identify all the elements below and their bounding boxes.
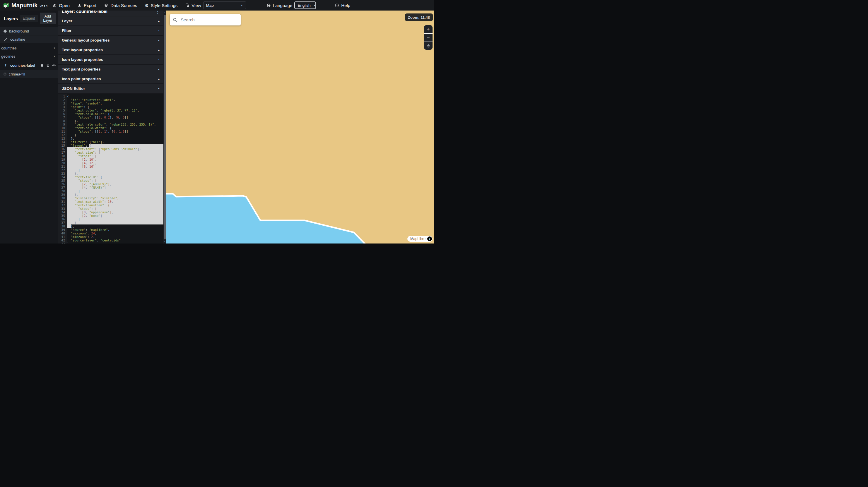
json-line[interactable]: 29 },	[58, 193, 163, 196]
code-token: ,	[115, 130, 119, 133]
code-content: [2, "{ABBREV}"],	[67, 182, 163, 186]
scrollbar-down-icon[interactable]: ▼	[164, 240, 166, 243]
json-line[interactable]: 37 }	[58, 221, 163, 225]
zoom-in-button[interactable]: +	[424, 25, 433, 33]
map-view[interactable]: Zoom: 11.48 + − MapLibre i	[166, 10, 434, 244]
line-number: 1	[58, 95, 67, 98]
kebab-menu-icon[interactable]: ⋮	[155, 10, 160, 16]
layer-row-background[interactable]: background	[0, 27, 58, 35]
code-token: "stops"	[78, 179, 91, 182]
json-line[interactable]: 12 }	[58, 133, 163, 137]
layer-group-geolines[interactable]: geolines▾	[0, 53, 58, 60]
json-line[interactable]: 4 "paint": {	[58, 105, 163, 108]
json-line[interactable]: 15 "layout": {	[58, 144, 163, 147]
section-header-icon-paint-properties[interactable]: Icon paint properties▲	[58, 74, 163, 84]
json-line[interactable]: 7 "stops": [[2, 0.2], [6, 0]]	[58, 116, 163, 119]
json-line[interactable]: 33 "stops": [	[58, 207, 163, 210]
json-line[interactable]: 13 },	[58, 137, 163, 140]
json-line[interactable]: 14 "filter": ["all"],	[58, 140, 163, 144]
json-line[interactable]: 38 },	[58, 225, 163, 228]
json-line[interactable]: 39 "source": "maplibre",	[58, 228, 163, 231]
json-line[interactable]: 8 },	[58, 119, 163, 123]
layer-group-countries[interactable]: countries▾	[0, 44, 58, 52]
code-token: ,	[86, 182, 89, 186]
section-header-filter[interactable]: Filter▲	[58, 26, 163, 36]
json-line[interactable]: 42 "source-layer": "centroids"	[58, 238, 163, 242]
code-token	[67, 154, 78, 158]
scrollbar-thumb[interactable]	[164, 14, 166, 239]
data-sources-menu-item[interactable]: Data Sources	[104, 3, 137, 8]
json-line[interactable]: 20 [4, 12],	[58, 161, 163, 165]
scrollbar-up-icon[interactable]: ▲	[164, 11, 166, 14]
json-line[interactable]: 5 "text-color": "rgba(8, 37, 77, 1)",	[58, 108, 163, 112]
expand-button[interactable]: Expand	[20, 14, 37, 22]
section-header-json-editor[interactable]: JSON Editor▼	[58, 84, 163, 94]
language-select[interactable]: English ▼	[294, 1, 316, 9]
json-line[interactable]: 28 ]	[58, 189, 163, 193]
layer-row-coastline[interactable]: coastline	[0, 35, 58, 43]
json-line[interactable]: 22 ]	[58, 168, 163, 172]
export-menu-item[interactable]: Export	[77, 3, 96, 8]
add-layer-button[interactable]: Add Layer	[40, 12, 56, 24]
trash-icon[interactable]	[40, 64, 44, 67]
json-line[interactable]: 25 "stops": [	[58, 179, 163, 182]
json-line[interactable]: 18 "stops": [	[58, 154, 163, 158]
json-line[interactable]: 21 [6, 16]	[58, 165, 163, 168]
code-content: },	[67, 193, 163, 196]
json-line[interactable]: 17 "text-size": {	[58, 151, 163, 154]
attribution-text[interactable]: MapLibre	[410, 237, 426, 241]
expand-icon: ▲	[158, 78, 160, 80]
code-token	[67, 123, 74, 126]
section-header-text-layout-properties[interactable]: Text layout properties▲	[58, 45, 163, 55]
json-editor[interactable]: 1{2 "id": "countries-label",3 "type": "s…	[58, 94, 163, 244]
json-line[interactable]: 32 "text-transform": {	[58, 203, 163, 207]
code-token: :	[88, 235, 91, 238]
json-line[interactable]: 34 [0, "uppercase"],	[58, 210, 163, 214]
info-icon[interactable]: i	[427, 236, 432, 241]
json-line[interactable]: 3 "type": "symbol",	[58, 102, 163, 105]
json-line[interactable]: 31 "text-max-width": 10,	[58, 200, 163, 203]
layer-row-crimea-fill[interactable]: crimea-fill	[0, 70, 58, 78]
json-line[interactable]: 6 "text-halo-blur": {	[58, 112, 163, 116]
line-number: 12	[58, 133, 67, 137]
json-line[interactable]: 1{	[58, 95, 163, 98]
json-line[interactable]: 11 "stops": [[2, 1], [6, 1.6]]	[58, 130, 163, 133]
json-line[interactable]: 40 "maxzoom": 24,	[58, 231, 163, 235]
json-line[interactable]: 35 [2, "none"]	[58, 214, 163, 218]
json-line[interactable]: 19 [2, 10],	[58, 158, 163, 161]
line-number: 13	[58, 137, 67, 140]
json-line[interactable]: 2 "id": "countries-label",	[58, 98, 163, 102]
code-token: : [[	[91, 130, 98, 133]
layers-sidebar: Layers Expand Add Layer backgroundcoastl…	[0, 10, 58, 244]
json-line[interactable]: 43}	[58, 242, 163, 244]
json-line[interactable]: 23 },	[58, 172, 163, 175]
layer-row-countries-label[interactable]: Tcountries-label	[0, 61, 58, 69]
style-settings-menu-item[interactable]: ⚙ Style Settings	[145, 3, 178, 8]
eye-icon[interactable]	[52, 63, 56, 67]
json-line[interactable]: 10 "text-halo-width": {	[58, 126, 163, 130]
section-header-text-paint-properties[interactable]: Text paint properties▲	[58, 65, 163, 74]
compass-button[interactable]	[424, 41, 433, 50]
open-menu-item[interactable]: Open	[53, 3, 70, 8]
section-header-layer[interactable]: Layer▲	[58, 17, 163, 26]
copy-icon[interactable]	[46, 64, 50, 67]
line-number: 35	[58, 214, 67, 218]
json-line[interactable]: 16 "text-font": ["Open Sans Semibold"],	[58, 147, 163, 151]
json-line[interactable]: 27 [4, "{NAME}"]	[58, 186, 163, 189]
section-header-icon-layout-properties[interactable]: Icon layout properties▲	[58, 55, 163, 65]
code-token: : [	[91, 154, 97, 158]
code-content: "text-halo-blur": {	[67, 112, 163, 116]
zoom-out-button[interactable]: −	[424, 33, 433, 41]
help-menu-item[interactable]: ? Help	[335, 3, 350, 8]
json-line[interactable]: 9 "text-halo-color": "rgba(255, 255, 255…	[58, 123, 163, 126]
json-line[interactable]: 24 "text-field": {	[58, 175, 163, 179]
layer-label: background	[9, 29, 29, 33]
view-select[interactable]: Map ▼	[203, 1, 246, 9]
map-canvas	[166, 10, 434, 244]
json-line[interactable]: 36 ]	[58, 218, 163, 221]
search-input[interactable]	[180, 17, 238, 23]
json-line[interactable]: 30 "visibility": "visible",	[58, 196, 163, 200]
json-line[interactable]: 41 "minzoom": 2,	[58, 235, 163, 238]
section-header-general-layout-properties[interactable]: General layout properties▲	[58, 36, 163, 45]
json-line[interactable]: 26 [2, "{ABBREV}"],	[58, 182, 163, 186]
